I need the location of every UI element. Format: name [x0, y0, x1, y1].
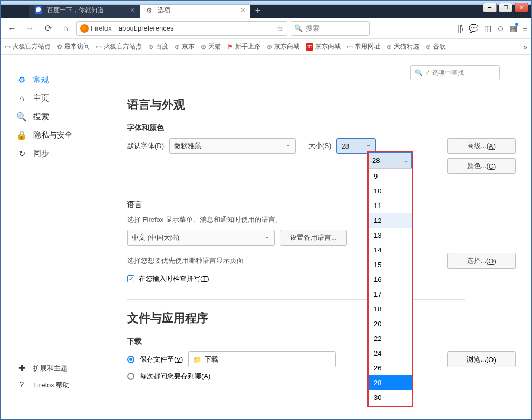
language-heading: 语言 — [127, 200, 516, 210]
sidebar-icon[interactable]: ◫ — [484, 24, 491, 33]
font-size-dropdown: 28 9101112131415161718202224262830 — [367, 151, 413, 407]
save-to-label: 保存文件至(V) — [140, 355, 183, 364]
home-button[interactable]: ⌂ — [59, 21, 73, 36]
bookmark-item[interactable]: ▭火狐官方站点 — [5, 42, 51, 51]
bookmark-item[interactable]: ▭常用网址 — [347, 42, 380, 51]
firefox-icon — [80, 24, 89, 33]
globe-icon: ⊕ — [425, 43, 431, 51]
forward-button[interactable]: → — [23, 21, 37, 36]
dropdown-option[interactable]: 17 — [369, 287, 412, 301]
sidebar-item-home[interactable]: ⌂主页 — [11, 89, 111, 108]
maximize-button[interactable]: ❐ — [499, 3, 512, 12]
close-icon[interactable]: × — [241, 6, 245, 14]
new-tab-button[interactable]: + — [250, 3, 265, 18]
browse-button[interactable]: 浏览...(O) — [447, 351, 516, 367]
sidebar-item-privacy[interactable]: 🔒隐私与安全 — [11, 126, 111, 144]
comment-icon[interactable]: 💬 — [469, 24, 479, 33]
section-title-files-apps: 文件与应用程序 — [127, 310, 516, 326]
language-select[interactable]: 中文 (中国大陆) — [127, 230, 275, 246]
close-button[interactable]: ✕ — [515, 3, 528, 12]
minimize-button[interactable]: ━ — [483, 3, 497, 12]
preferred-language-description: 选择您想要优先使用哪种语言显示页面 — [127, 256, 244, 266]
nav-bar: ← → ⟳ ⌂ Firefox about:preferences ☆ 🔍 搜索… — [1, 18, 531, 39]
bookmarks-bar: ▭火狐官方站点 ✿最常访问 ▭火狐官方站点 ⊕百度 ⊕京东 ⊕天猫 ⚑新手上路 … — [1, 39, 531, 55]
preferences-content: ⚙常规 ⌂主页 🔍搜索 🔒隐私与安全 ↻同步 ✚扩展和主题 ？Firefox 帮… — [1, 55, 531, 404]
jd-icon: JD — [306, 43, 313, 51]
bookmark-item[interactable]: ⊕天猫 — [201, 42, 221, 51]
sync-icon: ↻ — [16, 149, 27, 159]
dropdown-current-value[interactable]: 28 — [369, 152, 412, 168]
window-controls: ━ ❐ ✕ — [483, 3, 528, 12]
fonts-colors-heading: 字体和颜色 — [127, 123, 516, 133]
set-alternatives-button[interactable]: 设置备用语言... — [280, 230, 347, 246]
dropdown-option[interactable]: 15 — [369, 257, 412, 272]
bookmark-item[interactable]: ✿最常访问 — [57, 42, 90, 51]
dropdown-option[interactable]: 13 — [369, 228, 412, 242]
dropdown-option[interactable]: 20 — [369, 316, 412, 331]
globe-icon: ⊕ — [386, 43, 392, 51]
sidebar-item-help[interactable]: ？Firefox 帮助 — [11, 376, 111, 394]
dropdown-list[interactable]: 9101112131415161718202224262830 — [369, 168, 412, 406]
folder-icon: ▭ — [96, 43, 102, 51]
globe-icon: ⊕ — [175, 43, 180, 51]
gear-icon: ✿ — [57, 43, 62, 51]
bookmark-item[interactable]: ⊕京东 — [175, 42, 195, 51]
bookmark-item[interactable]: ⊕天猫精选 — [386, 42, 419, 51]
sidebar-item-search[interactable]: 🔍搜索 — [11, 108, 111, 126]
sidebar-item-general[interactable]: ⚙常规 — [11, 71, 111, 89]
dropdown-option[interactable]: 10 — [369, 183, 412, 198]
search-box[interactable]: 🔍 搜索 — [291, 21, 370, 36]
globe-icon: ⊕ — [201, 43, 206, 51]
choose-languages-button[interactable]: 选择...(O) — [447, 253, 516, 269]
search-icon: 🔍 — [16, 112, 27, 122]
bookmark-item[interactable]: ▭火狐官方站点 — [96, 42, 142, 51]
search-placeholder: 搜索 — [306, 24, 320, 33]
tab-title: 选项 — [158, 6, 170, 15]
advanced-fonts-button[interactable]: 高级...(A) — [447, 138, 516, 154]
always-ask-label: 每次都问您要存到哪(A) — [140, 372, 210, 381]
dropdown-option[interactable]: 30 — [369, 390, 412, 405]
gear-icon: ⚙ — [16, 75, 27, 85]
url-bar[interactable]: Firefox about:preferences ☆ — [76, 21, 287, 36]
identity-box[interactable]: Firefox — [80, 24, 115, 33]
dropdown-option[interactable]: 22 — [369, 331, 412, 346]
bookmark-star-icon[interactable]: ☆ — [277, 24, 284, 33]
default-font-label: 默认字体(D) — [127, 141, 164, 151]
toolbar-right: ǁ\ 💬 ◫ ☺ ▦ ≡ — [458, 24, 527, 33]
spellcheck-checkbox-row[interactable]: ✔ 在您输入时检查拼写(T) — [127, 274, 516, 284]
folder-icon: 📁 — [193, 356, 201, 364]
bookmark-item[interactable]: ⊕京东商城 — [267, 42, 299, 51]
save-to-radio-row[interactable]: 保存文件至(V) 📁 下载 浏览...(O) — [127, 351, 516, 367]
close-icon[interactable]: × — [130, 6, 134, 14]
always-ask-radio-row[interactable]: 每次都问您要存到哪(A) — [127, 372, 516, 381]
download-path-input[interactable]: 📁 下载 — [188, 351, 336, 367]
dropdown-option[interactable]: 14 — [369, 242, 412, 257]
dropdown-option[interactable]: 16 — [369, 272, 412, 287]
radio-selected-icon — [127, 356, 134, 363]
back-button[interactable]: ← — [5, 21, 20, 36]
puzzle-icon: ✚ — [16, 363, 27, 373]
dropdown-option[interactable]: 26 — [369, 360, 412, 375]
dropdown-option[interactable]: 28 — [369, 375, 412, 390]
font-size-label: 大小(S) — [308, 141, 331, 151]
dropdown-option[interactable]: 12 — [369, 213, 412, 228]
dropdown-option[interactable]: 18 — [369, 301, 412, 316]
bookmark-item[interactable]: JD京东商城 — [306, 42, 341, 51]
sidebar-item-addons[interactable]: ✚扩展和主题 — [11, 360, 111, 376]
colors-button[interactable]: 颜色...(C) — [447, 158, 516, 174]
bookmark-overflow-button[interactable]: » — [523, 43, 527, 51]
account-icon[interactable]: ☺ — [497, 24, 505, 33]
bookmark-item[interactable]: ⚑新手上路 — [227, 42, 260, 51]
bookmark-item[interactable]: ⊕百度 — [148, 42, 168, 51]
dropdown-option[interactable]: 11 — [369, 198, 412, 213]
reload-button[interactable]: ⟳ — [41, 21, 55, 36]
dropdown-option[interactable]: 9 — [369, 169, 412, 183]
sidebar-item-sync[interactable]: ↻同步 — [11, 144, 111, 163]
library-icon[interactable]: ǁ\ — [458, 24, 463, 33]
menu-icon[interactable]: ≡ — [523, 24, 527, 33]
dropdown-option[interactable]: 24 — [369, 346, 412, 360]
bookmark-item[interactable]: ⊕谷歌 — [425, 42, 446, 51]
addons-icon[interactable]: ▦ — [510, 24, 517, 33]
find-in-preferences[interactable]: 🔍 在选项中查找 — [410, 65, 500, 80]
default-font-select[interactable]: 微软雅黑 — [169, 138, 296, 154]
